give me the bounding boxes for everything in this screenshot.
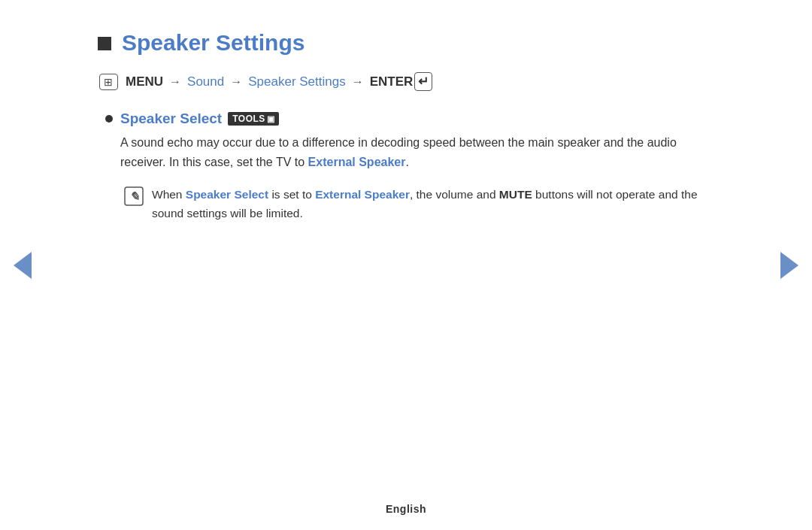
- next-page-button[interactable]: [780, 252, 798, 279]
- note-highlight2: External Speaker: [315, 188, 410, 201]
- breadcrumb-arrow-2: →: [230, 75, 242, 89]
- note-highlight1: Speaker Select: [186, 188, 268, 201]
- section-subheading: Speaker Select TOOLS▣: [120, 111, 714, 127]
- menu-icon-label: ⊞: [104, 76, 114, 88]
- note-part3: , the volume and: [410, 188, 499, 201]
- section-content: Speaker Select TOOLS▣ A sound echo may o…: [120, 111, 714, 223]
- menu-label: MENU: [126, 74, 163, 89]
- note-icon: ✎: [123, 186, 144, 207]
- left-arrow-icon: [14, 252, 32, 279]
- svg-text:✎: ✎: [129, 190, 139, 203]
- breadcrumb: ⊞ MENU → Sound → Speaker Settings → ENTE…: [99, 72, 714, 91]
- main-content: Speaker Settings ⊞ MENU → Sound → Speake…: [38, 0, 774, 262]
- tools-icon: ▣: [267, 114, 275, 123]
- bullet-icon: [105, 115, 113, 123]
- title-square-icon: [98, 37, 111, 50]
- note-mute: MUTE: [499, 188, 532, 201]
- description-highlight: External Speaker: [308, 156, 406, 168]
- description-end: .: [405, 156, 408, 168]
- enter-icon: ↵: [414, 72, 432, 91]
- speaker-select-label: Speaker Select: [120, 111, 222, 127]
- tools-badge: TOOLS▣: [228, 112, 279, 126]
- list-item: Speaker Select TOOLS▣ A sound echo may o…: [105, 111, 714, 223]
- description-text: A sound echo may occur due to a differen…: [120, 133, 714, 173]
- breadcrumb-speaker-settings: Speaker Settings: [248, 74, 345, 89]
- footer-language: English: [386, 503, 426, 515]
- right-arrow-icon: [780, 252, 798, 279]
- breadcrumb-sound: Sound: [187, 74, 224, 89]
- breadcrumb-arrow-3: →: [352, 75, 364, 89]
- title-row: Speaker Settings: [98, 30, 714, 56]
- menu-icon: ⊞: [99, 74, 118, 90]
- prev-page-button[interactable]: [14, 252, 32, 279]
- note-row: ✎ When Speaker Select is set to External…: [123, 185, 714, 223]
- breadcrumb-arrow-1: →: [169, 75, 181, 89]
- section-list: Speaker Select TOOLS▣ A sound echo may o…: [98, 111, 714, 223]
- note-part1: When: [152, 188, 186, 201]
- breadcrumb-enter: ENTER↵: [370, 72, 433, 91]
- page-title: Speaker Settings: [122, 30, 304, 56]
- note-part2: is set to: [268, 188, 315, 201]
- note-text: When Speaker Select is set to External S…: [152, 185, 714, 223]
